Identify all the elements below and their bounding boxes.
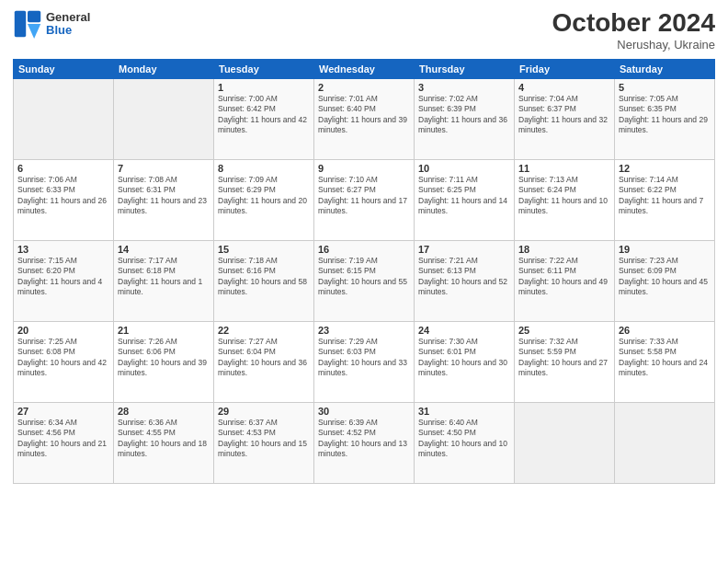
calendar-cell: 30Sunrise: 6:39 AMSunset: 4:52 PMDayligh… xyxy=(314,402,415,483)
day-info: Sunrise: 7:01 AMSunset: 6:40 PMDaylight:… xyxy=(318,94,410,136)
day-info: Sunrise: 6:36 AMSunset: 4:55 PMDaylight:… xyxy=(118,418,210,460)
calendar-cell: 22Sunrise: 7:27 AMSunset: 6:04 PMDayligh… xyxy=(214,321,314,402)
day-number: 10 xyxy=(418,163,510,174)
day-number: 23 xyxy=(318,325,410,336)
weekday-header-monday: Monday xyxy=(114,59,214,78)
calendar-cell: 28Sunrise: 6:36 AMSunset: 4:55 PMDayligh… xyxy=(114,402,214,483)
calendar-table: SundayMondayTuesdayWednesdayThursdayFrid… xyxy=(13,59,715,484)
day-info: Sunrise: 7:30 AMSunset: 6:01 PMDaylight:… xyxy=(418,337,510,379)
day-number: 15 xyxy=(218,244,310,255)
day-number: 29 xyxy=(218,406,310,417)
calendar-cell: 9Sunrise: 7:10 AMSunset: 6:27 PMDaylight… xyxy=(314,159,415,240)
day-info: Sunrise: 7:06 AMSunset: 6:33 PMDaylight:… xyxy=(17,175,109,217)
title-block: October 2024 Nerushay, Ukraine xyxy=(552,9,715,52)
calendar-cell: 31Sunrise: 6:40 AMSunset: 4:50 PMDayligh… xyxy=(415,402,515,483)
weekday-header-wednesday: Wednesday xyxy=(314,59,415,78)
day-number: 6 xyxy=(17,163,109,174)
day-number: 25 xyxy=(518,325,610,336)
day-number: 3 xyxy=(418,82,510,93)
weekday-header-friday: Friday xyxy=(515,59,615,78)
svg-rect-1 xyxy=(28,11,40,22)
day-number: 30 xyxy=(318,406,410,417)
day-number: 2 xyxy=(318,82,410,93)
logo: General Blue xyxy=(13,9,90,39)
day-number: 7 xyxy=(118,163,210,174)
calendar-cell: 1Sunrise: 7:00 AMSunset: 6:42 PMDaylight… xyxy=(214,78,314,159)
day-number: 17 xyxy=(418,244,510,255)
day-number: 21 xyxy=(118,325,210,336)
calendar-cell: 4Sunrise: 7:04 AMSunset: 6:37 PMDaylight… xyxy=(515,78,615,159)
day-info: Sunrise: 7:08 AMSunset: 6:31 PMDaylight:… xyxy=(118,175,210,217)
day-number: 26 xyxy=(619,325,711,336)
calendar-cell: 13Sunrise: 7:15 AMSunset: 6:20 PMDayligh… xyxy=(14,240,114,321)
calendar-cell: 15Sunrise: 7:18 AMSunset: 6:16 PMDayligh… xyxy=(214,240,314,321)
weekday-header-sunday: Sunday xyxy=(14,59,114,78)
day-info: Sunrise: 7:02 AMSunset: 6:39 PMDaylight:… xyxy=(418,94,510,136)
calendar-cell: 11Sunrise: 7:13 AMSunset: 6:24 PMDayligh… xyxy=(515,159,615,240)
calendar-cell: 27Sunrise: 6:34 AMSunset: 4:56 PMDayligh… xyxy=(14,402,114,483)
day-number: 9 xyxy=(318,163,410,174)
calendar-cell: 23Sunrise: 7:29 AMSunset: 6:03 PMDayligh… xyxy=(314,321,415,402)
svg-marker-2 xyxy=(28,24,40,39)
weekday-header-saturday: Saturday xyxy=(615,59,715,78)
logo-text: General Blue xyxy=(46,11,90,38)
calendar-cell: 10Sunrise: 7:11 AMSunset: 6:25 PMDayligh… xyxy=(415,159,515,240)
day-number: 1 xyxy=(218,82,310,93)
day-info: Sunrise: 7:05 AMSunset: 6:35 PMDaylight:… xyxy=(619,94,711,136)
day-info: Sunrise: 7:25 AMSunset: 6:08 PMDaylight:… xyxy=(17,337,109,379)
day-number: 4 xyxy=(518,82,610,93)
calendar-cell xyxy=(14,78,114,159)
calendar-cell xyxy=(515,402,615,483)
day-number: 20 xyxy=(17,325,109,336)
calendar-cell: 20Sunrise: 7:25 AMSunset: 6:08 PMDayligh… xyxy=(14,321,114,402)
day-number: 28 xyxy=(118,406,210,417)
logo-line2: Blue xyxy=(46,24,90,37)
day-info: Sunrise: 7:04 AMSunset: 6:37 PMDaylight:… xyxy=(518,94,610,136)
calendar-cell: 6Sunrise: 7:06 AMSunset: 6:33 PMDaylight… xyxy=(14,159,114,240)
day-info: Sunrise: 7:00 AMSunset: 6:42 PMDaylight:… xyxy=(218,94,310,136)
day-number: 31 xyxy=(418,406,510,417)
day-number: 22 xyxy=(218,325,310,336)
day-info: Sunrise: 7:27 AMSunset: 6:04 PMDaylight:… xyxy=(218,337,310,379)
calendar-cell xyxy=(114,78,214,159)
calendar-cell: 16Sunrise: 7:19 AMSunset: 6:15 PMDayligh… xyxy=(314,240,415,321)
day-number: 27 xyxy=(17,406,109,417)
day-info: Sunrise: 7:21 AMSunset: 6:13 PMDaylight:… xyxy=(418,256,510,298)
logo-line1: General xyxy=(46,11,90,24)
location: Nerushay, Ukraine xyxy=(552,38,715,52)
day-info: Sunrise: 6:34 AMSunset: 4:56 PMDaylight:… xyxy=(17,418,109,460)
day-info: Sunrise: 7:26 AMSunset: 6:06 PMDaylight:… xyxy=(118,337,210,379)
calendar-cell: 3Sunrise: 7:02 AMSunset: 6:39 PMDaylight… xyxy=(415,78,515,159)
calendar-cell: 26Sunrise: 7:33 AMSunset: 5:58 PMDayligh… xyxy=(615,321,715,402)
day-number: 24 xyxy=(418,325,510,336)
calendar-cell: 8Sunrise: 7:09 AMSunset: 6:29 PMDaylight… xyxy=(214,159,314,240)
calendar-cell: 18Sunrise: 7:22 AMSunset: 6:11 PMDayligh… xyxy=(515,240,615,321)
day-info: Sunrise: 7:10 AMSunset: 6:27 PMDaylight:… xyxy=(318,175,410,217)
calendar-cell: 19Sunrise: 7:23 AMSunset: 6:09 PMDayligh… xyxy=(615,240,715,321)
calendar-cell: 24Sunrise: 7:30 AMSunset: 6:01 PMDayligh… xyxy=(415,321,515,402)
weekday-header-tuesday: Tuesday xyxy=(214,59,314,78)
day-number: 12 xyxy=(619,163,711,174)
day-info: Sunrise: 6:37 AMSunset: 4:53 PMDaylight:… xyxy=(218,418,310,460)
day-info: Sunrise: 7:29 AMSunset: 6:03 PMDaylight:… xyxy=(318,337,410,379)
page-header: General Blue October 2024 Nerushay, Ukra… xyxy=(13,9,715,52)
day-number: 13 xyxy=(17,244,109,255)
day-info: Sunrise: 7:14 AMSunset: 6:22 PMDaylight:… xyxy=(619,175,711,217)
svg-rect-0 xyxy=(15,11,26,37)
month-year: October 2024 xyxy=(552,9,715,38)
calendar-cell: 21Sunrise: 7:26 AMSunset: 6:06 PMDayligh… xyxy=(114,321,214,402)
weekday-header-thursday: Thursday xyxy=(415,59,515,78)
day-info: Sunrise: 7:11 AMSunset: 6:25 PMDaylight:… xyxy=(418,175,510,217)
day-number: 11 xyxy=(518,163,610,174)
calendar-cell: 14Sunrise: 7:17 AMSunset: 6:18 PMDayligh… xyxy=(114,240,214,321)
day-info: Sunrise: 7:23 AMSunset: 6:09 PMDaylight:… xyxy=(619,256,711,298)
day-number: 19 xyxy=(619,244,711,255)
day-info: Sunrise: 6:39 AMSunset: 4:52 PMDaylight:… xyxy=(318,418,410,460)
calendar-cell: 5Sunrise: 7:05 AMSunset: 6:35 PMDaylight… xyxy=(615,78,715,159)
day-number: 18 xyxy=(518,244,610,255)
day-info: Sunrise: 7:19 AMSunset: 6:15 PMDaylight:… xyxy=(318,256,410,298)
day-info: Sunrise: 6:40 AMSunset: 4:50 PMDaylight:… xyxy=(418,418,510,460)
calendar-cell: 2Sunrise: 7:01 AMSunset: 6:40 PMDaylight… xyxy=(314,78,415,159)
day-number: 8 xyxy=(218,163,310,174)
day-info: Sunrise: 7:15 AMSunset: 6:20 PMDaylight:… xyxy=(17,256,109,298)
